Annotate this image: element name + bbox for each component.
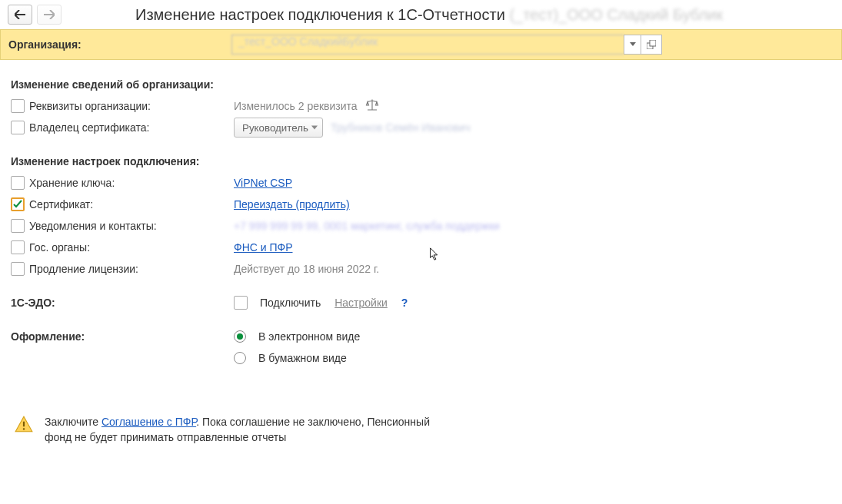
title-main: Изменение настроек подключения к 1С-Отче…: [135, 6, 505, 23]
svg-rect-2: [23, 422, 25, 427]
organization-label: Организация:: [8, 38, 231, 51]
balance-icon: [365, 98, 379, 114]
page-title: Изменение настроек подключения к 1С-Отче…: [135, 6, 723, 24]
svg-rect-1: [650, 40, 656, 46]
notifications-row: Уведомления и контакты: +7 999 999 99 99…: [11, 215, 834, 237]
format-row-1: Оформление: В электронном виде: [11, 326, 834, 347]
notifications-checkbox[interactable]: [11, 219, 25, 233]
format-label: Оформление:: [11, 330, 234, 343]
owner-name-blur: Трубников Семён Иванович: [331, 121, 471, 134]
certificate-link[interactable]: Переиздать (продлить): [234, 198, 350, 211]
warning-text: Заключите Соглашение с ПФР. Пока соглаше…: [45, 415, 444, 445]
cursor-icon: [429, 247, 440, 264]
license-row: Продление лицензии: Действует до 18 июня…: [11, 258, 834, 280]
forward-button[interactable]: [37, 5, 62, 25]
owner-checkbox[interactable]: [11, 121, 25, 134]
requisites-label: Реквизиты организации:: [29, 100, 151, 112]
key-store-checkbox[interactable]: [11, 176, 25, 190]
back-button[interactable]: [8, 5, 32, 25]
warning-icon: [14, 415, 34, 437]
warning-link[interactable]: Соглашение с ПФР: [102, 416, 196, 428]
requisites-row: Реквизиты организации: Изменилось 2 рекв…: [11, 95, 834, 117]
license-checkbox[interactable]: [11, 262, 25, 276]
notifications-blur: +7 999 999 99 99, 0001 маркетинг, служба…: [234, 220, 500, 232]
edo-connect-label: Подключить: [260, 297, 321, 309]
license-status: Действует до 18 июня 2022 г.: [234, 263, 379, 275]
key-store-link[interactable]: ViPNet CSP: [234, 177, 292, 189]
svg-rect-3: [23, 428, 25, 429]
notifications-label: Уведомления и контакты:: [29, 220, 157, 232]
format-row-2: В бумажном виде: [11, 347, 834, 369]
edo-connect-checkbox[interactable]: [234, 296, 248, 310]
section-organization-heading: Изменение сведений об организации:: [11, 78, 834, 91]
gov-label: Гос. органы:: [29, 241, 90, 254]
toolbar: Изменение настроек подключения к 1С-Отче…: [0, 0, 842, 29]
gov-checkbox[interactable]: [11, 240, 25, 254]
format-paper-label: В бумажном виде: [258, 352, 347, 364]
organization-input[interactable]: _тест_ООО СладкийБублик: [231, 35, 624, 55]
edo-settings-link[interactable]: Настройки: [334, 297, 388, 309]
certificate-label: Сертификат:: [29, 198, 93, 211]
requisites-status: Изменилось 2 реквизита: [234, 100, 358, 112]
section-connection-heading: Изменение настроек подключения:: [11, 155, 834, 167]
format-electronic-radio[interactable]: [234, 330, 246, 343]
requisites-checkbox[interactable]: [11, 99, 25, 113]
edo-row: 1С-ЭДО: Подключить Настройки ?: [11, 292, 834, 313]
format-electronic-label: В электронном виде: [258, 330, 360, 343]
organization-bar: Организация: _тест_ООО СладкийБублик: [0, 29, 842, 60]
gov-link[interactable]: ФНС и ПФР: [234, 241, 293, 254]
license-label: Продление лицензии:: [29, 263, 138, 275]
key-store-label: Хранение ключа:: [29, 177, 115, 189]
certificate-checkbox[interactable]: [11, 197, 25, 211]
warning-box: Заключите Соглашение с ПФР. Пока соглаше…: [11, 415, 834, 445]
edo-help-icon[interactable]: ?: [401, 297, 408, 309]
edo-label: 1С-ЭДО:: [11, 297, 234, 309]
format-paper-radio[interactable]: [234, 352, 246, 364]
warning-pre: Заключите: [45, 416, 102, 428]
owner-label: Владелец сертификата:: [29, 121, 149, 134]
certificate-row: Сертификат: Переиздать (продлить): [11, 194, 834, 215]
owner-row: Владелец сертификата: Руководитель Трубн…: [11, 117, 834, 138]
title-org-blur: (_тест)_ООО Сладкий Бублик: [509, 6, 723, 23]
organization-field: _тест_ООО СладкийБублик: [231, 35, 662, 55]
gov-row: Гос. органы: ФНС и ПФР: [11, 237, 834, 258]
key-store-row: Хранение ключа: ViPNet CSP: [11, 172, 834, 194]
organization-dropdown-button[interactable]: [624, 35, 641, 55]
organization-open-button[interactable]: [641, 35, 662, 55]
owner-dropdown[interactable]: Руководитель: [234, 118, 323, 138]
